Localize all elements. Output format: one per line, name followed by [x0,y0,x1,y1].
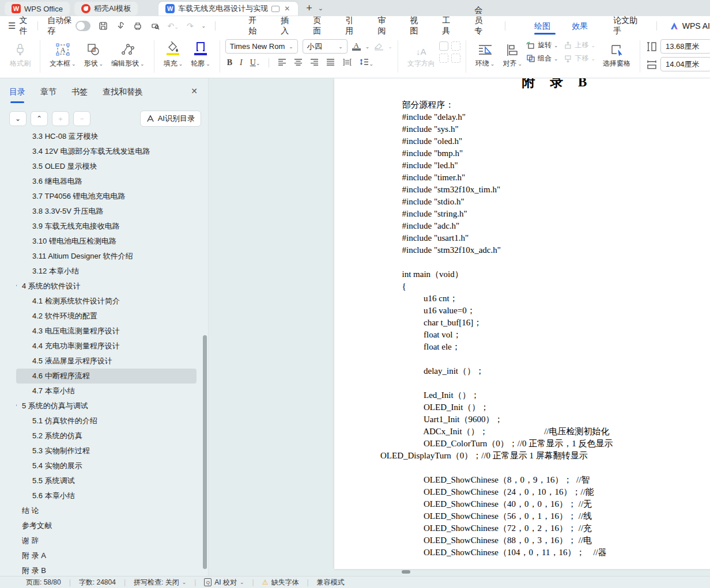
toc-item[interactable]: ▼ 结 论 [16,503,197,518]
toc-item[interactable]: ▼ 3.6 继电器电路 [16,174,197,189]
toc-item[interactable]: ▼ 5.1 仿真软件的介绍 [16,414,197,428]
sidebar-tab[interactable]: 书签 [71,87,88,103]
menu-item[interactable]: 开始 [236,16,269,36]
toc-item[interactable]: ▼ 3.11 Altium Designer 软件介绍 [16,249,197,264]
distribute-icon[interactable] [342,58,352,67]
quickbar-chevron-icon[interactable]: ⌄ [202,23,206,29]
toc-item[interactable]: ▼ 3.3 HC-08 蓝牙模块 [16,129,197,144]
highlight-color-button[interactable] [374,42,383,51]
align-left-icon[interactable] [278,58,286,67]
font-color-chevron-icon[interactable]: ⌄ [365,44,370,50]
font-color-button[interactable]: A [352,42,361,51]
ai-proofread-button[interactable]: Q AI 校对⌄ [204,578,244,587]
toc-item[interactable]: ▼ 4.2 软件环境的配置 [16,309,197,324]
wrap-button[interactable]: 环绕⌄ [471,39,499,70]
menu-item[interactable]: 工具 [430,16,462,36]
toc-item[interactable]: ▼ 5.6 本章小结 [16,488,197,503]
toc-item[interactable]: ▼ 3.8 3.3V-5V 升压电路 [16,204,197,219]
hamburger-icon[interactable]: ☰ [8,21,16,31]
redo-icon[interactable]: ↷ [187,21,194,31]
toc-item[interactable]: ▼ 5.2 系统的仿真 [16,428,197,443]
highlight-chevron-icon[interactable]: ⌄ [388,44,392,50]
missing-font-warning[interactable]: ⚠ 缺失字体 [262,578,299,587]
toc-item[interactable]: ▼ 4 系统的软件设计 [16,279,197,294]
font-name-select[interactable]: Times New Rom⌄ [225,39,298,54]
position-icon[interactable] [439,41,448,51]
shape-button[interactable]: 形状⌄ [80,39,108,70]
toc-item[interactable]: ▼ 4.5 液晶屏显示程序设计 [16,354,197,369]
collapse-triangle-icon[interactable]: ▼ [16,279,18,294]
tab-docer-template[interactable]: 稻壳AI模板 [74,2,138,16]
collapse-triangle-icon[interactable]: ▼ [16,399,18,414]
shape-height-input[interactable]: 13.68厘米 [660,39,710,54]
toc-item[interactable]: ▼ 参考文献 [16,518,197,533]
sidebar-tab[interactable]: 查找和替换 [103,87,143,103]
toc-item[interactable]: ▼ 附 录 A [16,548,197,563]
layout-icon[interactable] [451,54,460,63]
menu-item[interactable]: 视图 [398,16,430,36]
toc-item[interactable]: ▼ 4.4 充电功率测量程序设计 [16,339,197,354]
zoom-out-button[interactable]: － [73,111,90,126]
undo-icon[interactable]: ↶⌄ [168,21,179,31]
word-count[interactable]: 字数: 24804 [79,578,116,587]
justify-icon[interactable] [326,58,335,67]
ai-recognize-toc-button[interactable]: AI识别目录 [140,111,201,127]
toc-item[interactable]: ▼ 5.4 实物的展示 [16,458,197,473]
horizontal-scrollbar-thumb[interactable] [402,570,410,574]
text-direction-button[interactable]: ↓A 文字方向 [403,39,439,70]
bring-forward-button[interactable]: 上移⌄ [564,40,595,50]
sidebar-tab[interactable]: 章节 [40,87,56,103]
outline-button[interactable]: 轮廓⌄ [187,39,214,70]
format-painter-button[interactable]: 格式刷 [6,39,35,70]
menu-item[interactable]: 页面 [301,16,333,36]
font-size-select[interactable]: 小四⌄ [303,39,348,54]
menu-item[interactable]: 引用 [333,16,365,36]
italic-button[interactable]: I [240,58,243,67]
align-right-icon[interactable] [310,58,319,67]
collapse-all-button[interactable]: ⌃ [31,111,48,126]
toc-item[interactable]: ▼ 附 录 B [16,563,197,576]
shape-width-input[interactable]: 14.04厘米 [660,57,710,71]
export-icon[interactable] [116,21,125,31]
file-menu[interactable]: 文件 [19,16,32,36]
zoom-in-button[interactable]: ＋ [52,111,69,126]
toc-item[interactable]: ▼ 5 系统的仿真与调试 [16,399,197,414]
sidebar-scrollbar[interactable] [203,335,207,569]
align-objects-button[interactable]: 对齐⌄ [498,39,526,70]
toc-item[interactable]: ▼ 3.4 12V 电源部分车载无线发送电路 [16,144,197,159]
toc-item[interactable]: ▼ 3.7 TP4056 锂电池充电电路 [16,189,197,204]
edit-shape-button[interactable]: 编辑形状⌄ [107,39,149,70]
align-center-icon[interactable] [294,58,303,67]
anchor-icon[interactable] [439,54,448,63]
underline-button[interactable]: U⌄ [250,58,260,67]
toc-item[interactable]: ▼ 4.6 中断程序流程 [16,369,197,384]
toc-item[interactable]: ▼ 3.12 本章小结 [16,264,197,279]
tab-wps-office[interactable]: W WPS Office [5,2,70,16]
autosave-control[interactable]: 自动保存 [47,16,90,36]
toc-item[interactable]: ▼ 谢 辞 [16,533,197,548]
wps-ai-button[interactable]: WPS AI [670,21,710,31]
toc-item[interactable]: ▼ 4.1 检测系统软件设计简介 [16,294,197,309]
rotate-button[interactable]: 旋转⌄ [526,40,558,50]
toc-item[interactable]: ▼ 4.3 电压电流测量程序设计 [16,324,197,339]
toc-item[interactable]: ▼ 3.10 锂电池电压检测电路 [16,234,197,249]
toc-item[interactable]: ▼ 5.3 实物制作过程 [16,443,197,458]
textbox-button[interactable]: A 文本框⌄ [46,39,80,70]
paper-assistant-menu[interactable]: 论文助手 [601,16,650,36]
spellcheck-status[interactable]: 拼写检查: 关闭⌄ [134,578,186,587]
menu-item[interactable]: 审阅 [365,16,398,36]
context-tab[interactable]: 绘图工具 [526,16,564,36]
expand-all-button[interactable]: ⌄ [9,111,27,126]
line-spacing-button[interactable]: ⌄ [360,58,373,67]
send-backward-button[interactable]: 下移⌄ [564,54,595,63]
print-icon[interactable] [133,21,142,31]
document-page[interactable]: 附 录 B 部分源程序： #include "delay.h" #include… [334,78,710,569]
save-icon[interactable] [99,21,108,31]
context-tab[interactable]: 效果设置 [564,16,601,36]
fill-button[interactable]: 填充⌄ [160,39,187,70]
toc-item[interactable]: ▼ 5.5 系统调试 [16,473,197,488]
close-sidebar-icon[interactable]: ✕ [191,86,198,96]
sidebar-tab[interactable]: 目录 [9,87,25,103]
group-button[interactable]: 组合⌄ [526,54,558,63]
selection-pane-button[interactable]: 选择窗格 [599,39,635,70]
